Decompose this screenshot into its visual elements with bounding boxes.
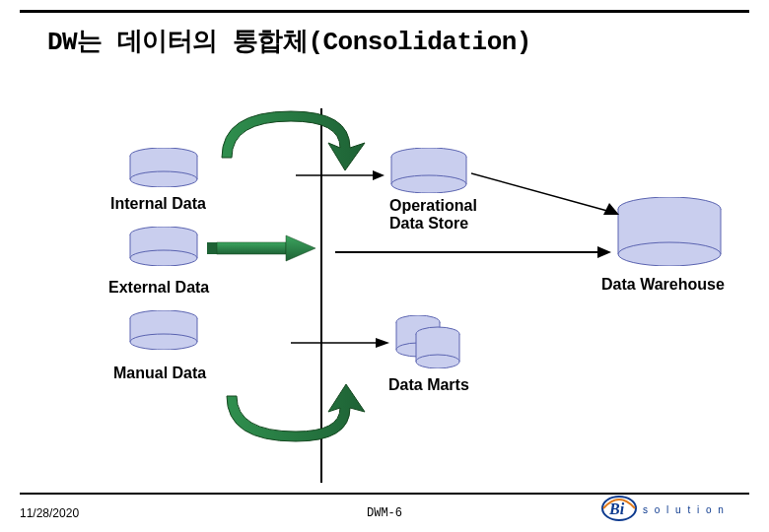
cylinder-internal — [128, 148, 199, 187]
slide: DW는 데이터의 통합체(Consolidation) — [0, 0, 769, 532]
cylinder-manual — [128, 310, 199, 350]
footer-page: DWM-6 — [367, 506, 402, 520]
logo-word: s o l u t i o n — [643, 504, 726, 515]
svg-line-44 — [471, 173, 607, 211]
svg-marker-43 — [376, 338, 389, 348]
svg-line-46 — [465, 264, 603, 331]
svg-point-14 — [130, 334, 197, 350]
svg-point-9 — [130, 250, 197, 266]
title-rule — [20, 10, 749, 13]
label-internal: Internal Data — [110, 195, 206, 213]
cylinder-external — [128, 227, 199, 266]
label-manual: Manual Data — [113, 365, 206, 382]
curved-arrow-internal-to-ods — [202, 103, 375, 172]
curved-arrow-manual-to-marts — [202, 384, 380, 453]
label-dw: Data Warehouse — [601, 276, 725, 294]
thin-arrow-ods-to-dw — [335, 244, 611, 256]
thin-arrow-to-ods — [296, 167, 384, 179]
svg-point-29 — [416, 355, 459, 368]
cylinder-ods — [389, 148, 468, 193]
label-ods: Operational Data Store — [389, 197, 477, 233]
thin-arrow-ods-diag-dw — [471, 169, 619, 219]
logo: Bi s o l u t i o n — [601, 495, 739, 522]
svg-point-19 — [391, 175, 466, 193]
footer-date: 11/28/2020 — [20, 506, 79, 520]
svg-point-34 — [618, 242, 721, 266]
svg-rect-38 — [217, 242, 286, 254]
svg-rect-37 — [207, 242, 217, 254]
green-arrow-external — [207, 233, 315, 263]
label-marts: Data Marts — [388, 376, 469, 394]
page-title: DW는 데이터의 통합체(Consolidation) — [47, 24, 531, 58]
cylinders-data-marts — [394, 315, 463, 368]
svg-marker-36 — [373, 170, 384, 180]
logo-svg: Bi s o l u t i o n — [601, 495, 739, 522]
thin-arrow-manual-to-marts — [291, 335, 389, 347]
thin-arrow-marts-diag-dw — [465, 256, 613, 335]
logo-mark-text: Bi — [608, 500, 625, 517]
svg-marker-39 — [286, 235, 315, 261]
svg-marker-45 — [603, 203, 619, 215]
cylinder-data-warehouse — [616, 197, 723, 266]
svg-point-4 — [130, 171, 197, 187]
label-external: External Data — [108, 279, 209, 297]
